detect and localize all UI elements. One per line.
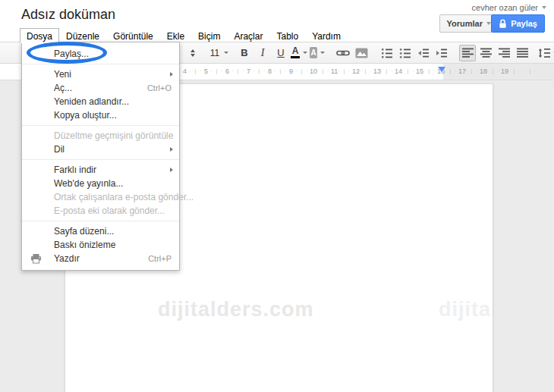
menu-item-yeni[interactable]: Yeni bbox=[22, 67, 179, 81]
justify-icon bbox=[517, 48, 528, 58]
submenu-arrow-icon bbox=[170, 72, 173, 77]
ruler-margin-marker[interactable] bbox=[438, 67, 445, 72]
menu-item-baski-onizleme[interactable]: Baskı önizleme bbox=[22, 238, 179, 252]
decrease-indent-icon bbox=[417, 48, 430, 58]
menu-item-label: Düzeltme geçmişini görüntüle bbox=[54, 130, 173, 141]
printer-icon bbox=[30, 253, 42, 264]
highlight-color-button[interactable]: A bbox=[309, 45, 326, 61]
menu-item-label: Yazdır bbox=[54, 253, 80, 264]
align-right-icon bbox=[499, 48, 510, 58]
menu-item-ac[interactable]: Aç... Ctrl+O bbox=[22, 81, 179, 95]
menubar-item-bicim[interactable]: Biçim bbox=[191, 28, 227, 45]
submenu-arrow-icon bbox=[170, 168, 173, 172]
chevron-down-icon bbox=[224, 52, 228, 54]
decrease-indent-button[interactable] bbox=[415, 45, 432, 61]
menu-item-label: Yeni bbox=[54, 69, 71, 80]
align-center-button[interactable] bbox=[477, 45, 494, 61]
font-size-value: 11 bbox=[209, 48, 221, 58]
menubar-item-tablo[interactable]: Tablo bbox=[269, 28, 305, 45]
menu-item-paylas[interactable]: Paylaş... bbox=[22, 47, 179, 61]
menu-item-duzeltme-gecmisi: Düzeltme geçmişini görüntüle bbox=[22, 129, 179, 143]
insert-image-button[interactable] bbox=[353, 45, 370, 61]
chevron-down-icon bbox=[320, 52, 325, 54]
bullet-list-icon bbox=[399, 48, 411, 58]
menu-item-label: Ortak çalışanlara e-posta gönder... bbox=[54, 192, 194, 202]
menu-item-webde-yayinla[interactable]: Web'de yayınla... bbox=[22, 177, 179, 190]
numbered-list-button[interactable] bbox=[379, 45, 395, 61]
menu-item-dil[interactable]: Dil bbox=[22, 143, 179, 156]
menu-item-yeniden-adlandir[interactable]: Yeniden adlandır... bbox=[22, 95, 179, 108]
link-icon bbox=[336, 48, 350, 58]
italic-button[interactable]: I bbox=[254, 45, 271, 61]
line-spacing-button[interactable] bbox=[540, 45, 554, 61]
menubar-item-ekle[interactable]: Ekle bbox=[160, 28, 191, 45]
bold-button[interactable]: B bbox=[236, 45, 253, 61]
menubar-item-araclar[interactable]: Araçlar bbox=[227, 28, 269, 45]
menu-item-label: Dil bbox=[54, 144, 65, 155]
align-left-icon bbox=[462, 48, 474, 58]
file-menu: Paylaş... Yeni Aç... Ctrl+O Yeniden adla… bbox=[21, 42, 180, 271]
chevron-down-icon bbox=[542, 6, 546, 9]
toolbar-stepper-icon[interactable] bbox=[184, 45, 201, 61]
ruler-track: 4·|·5·|·6·|·7·|·8·|·9·|·10·|·11·|·12·|·1… bbox=[182, 67, 538, 76]
menu-item-label: Farklı indir bbox=[54, 165, 96, 175]
bullet-list-button[interactable] bbox=[397, 45, 414, 61]
menubar-item-dosya[interactable]: Dosya bbox=[20, 28, 59, 43]
google-docs-window: cevher ozan güler Adsız doküman Yorumlar… bbox=[0, 0, 554, 392]
account-name: cevher ozan güler bbox=[472, 3, 538, 12]
menu-item-label: E-posta eki olarak gönder... bbox=[54, 205, 165, 216]
comments-button[interactable]: Yorumlar bbox=[439, 14, 499, 33]
font-size-dropdown[interactable]: 11 bbox=[210, 45, 227, 61]
menu-item-label: Baskı önizleme bbox=[54, 240, 115, 250]
menu-item-ortak-calisanlara-eposta: Ortak çalışanlara e-posta gönder... bbox=[22, 190, 179, 204]
share-button-label: Paylaş bbox=[511, 19, 537, 28]
menu-item-sayfa-duzeni[interactable]: Sayfa düzeni... bbox=[22, 224, 179, 238]
menu-separator bbox=[22, 125, 179, 126]
justify-button[interactable] bbox=[514, 45, 530, 61]
chevron-down-icon bbox=[303, 52, 307, 54]
submenu-arrow-icon bbox=[170, 147, 173, 152]
menubar-item-goruntule[interactable]: Görüntüle bbox=[106, 28, 160, 45]
line-spacing-icon bbox=[538, 48, 550, 58]
menu-item-shortcut: Ctrl+P bbox=[148, 252, 172, 265]
menu-item-label: Paylaş... bbox=[54, 49, 89, 59]
align-right-button[interactable] bbox=[496, 45, 512, 61]
menu-item-farkli-indir[interactable]: Farklı indir bbox=[22, 163, 179, 177]
menu-item-label: Yeniden adlandır... bbox=[54, 96, 129, 107]
menu-item-label: Web'de yayınla... bbox=[54, 178, 123, 189]
chevron-down-icon bbox=[486, 22, 491, 25]
menu-separator bbox=[22, 221, 179, 221]
menu-item-label: Sayfa düzeni... bbox=[54, 226, 114, 237]
menu-separator bbox=[22, 159, 179, 160]
share-button[interactable]: Paylaş bbox=[491, 14, 545, 33]
menu-item-label: Kopya oluştur... bbox=[54, 110, 117, 121]
image-icon bbox=[355, 48, 368, 58]
text-color-icon: A bbox=[291, 47, 300, 58]
menu-item-shortcut: Ctrl+O bbox=[147, 81, 172, 95]
lock-icon bbox=[499, 19, 507, 29]
menu-item-kopya-olustur[interactable]: Kopya oluştur... bbox=[22, 108, 179, 122]
menu-separator bbox=[22, 64, 179, 64]
menu-item-eposta-eki: E-posta eki olarak gönder... bbox=[22, 204, 179, 218]
menubar-item-duzenle[interactable]: Düzenle bbox=[59, 28, 106, 45]
text-color-button[interactable]: A bbox=[291, 45, 307, 61]
watermark-text: dijitalders.com bbox=[158, 298, 314, 321]
watermark-text: dijitalders.com bbox=[439, 298, 493, 321]
highlight-color-icon: A bbox=[310, 47, 317, 58]
menu-item-label: Aç... bbox=[54, 83, 72, 93]
insert-link-button[interactable] bbox=[335, 45, 351, 61]
align-left-button[interactable] bbox=[459, 45, 476, 61]
document-title[interactable]: Adsız doküman bbox=[21, 7, 115, 23]
increase-indent-button[interactable] bbox=[433, 45, 450, 61]
underline-button[interactable]: U bbox=[272, 45, 289, 61]
align-center-icon bbox=[480, 48, 492, 58]
numbered-list-icon bbox=[381, 48, 393, 58]
menubar-item-yardim[interactable]: Yardım bbox=[305, 28, 348, 45]
increase-indent-icon bbox=[436, 48, 448, 58]
account-menu[interactable]: cevher ozan güler bbox=[472, 3, 546, 12]
comments-button-label: Yorumlar bbox=[447, 19, 483, 28]
menubar: Dosya Düzenle Görüntüle Ekle Biçim Araçl… bbox=[20, 28, 348, 45]
menu-item-yazdir[interactable]: Yazdır Ctrl+P bbox=[22, 252, 179, 265]
